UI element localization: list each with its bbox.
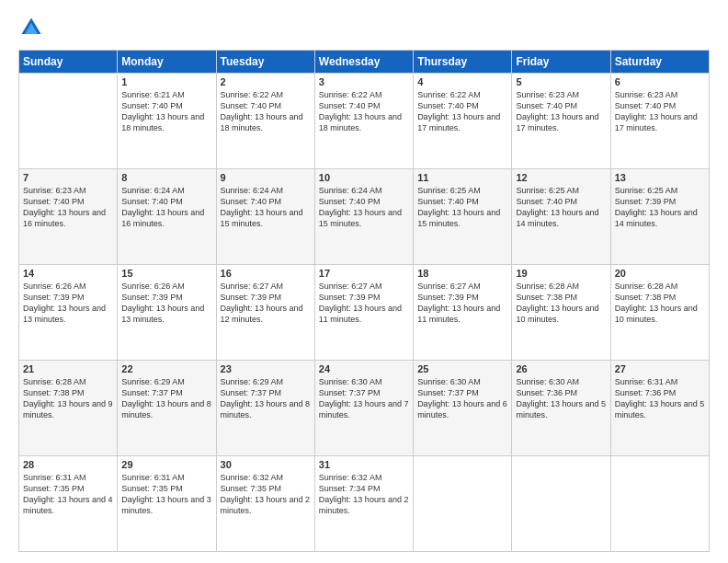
day-number: 14 (23, 268, 113, 279)
day-number: 3 (319, 76, 409, 87)
calendar-cell: 8Sunrise: 6:24 AMSunset: 7:40 PMDaylight… (118, 169, 216, 265)
calendar-cell: 19Sunrise: 6:28 AMSunset: 7:38 PMDayligh… (512, 265, 610, 361)
calendar-cell (19, 74, 118, 169)
day-number: 15 (121, 268, 211, 279)
day-number: 22 (121, 363, 211, 374)
calendar-cell: 9Sunrise: 6:24 AMSunset: 7:40 PMDaylight… (216, 169, 314, 265)
week-row-5: 28Sunrise: 6:31 AMSunset: 7:35 PMDayligh… (19, 456, 710, 552)
calendar-cell: 22Sunrise: 6:29 AMSunset: 7:37 PMDayligh… (118, 361, 216, 456)
day-number: 30 (221, 459, 311, 470)
day-info: Sunrise: 6:28 AMSunset: 7:38 PMDaylight:… (23, 376, 113, 421)
day-info: Sunrise: 6:26 AMSunset: 7:39 PMDaylight:… (23, 281, 113, 326)
day-number: 1 (121, 76, 211, 87)
calendar: SundayMondayTuesdayWednesdayThursdayFrid… (18, 50, 710, 552)
header (18, 15, 710, 40)
weekday-header-tuesday: Tuesday (216, 51, 314, 74)
calendar-cell: 3Sunrise: 6:22 AMSunset: 7:40 PMDaylight… (314, 74, 413, 169)
day-number: 12 (516, 172, 606, 183)
day-number: 23 (221, 363, 311, 374)
calendar-cell: 28Sunrise: 6:31 AMSunset: 7:35 PMDayligh… (19, 456, 118, 552)
day-number: 27 (615, 363, 705, 374)
logo-icon (18, 15, 44, 40)
day-info: Sunrise: 6:28 AMSunset: 7:38 PMDaylight:… (615, 281, 705, 326)
week-row-3: 14Sunrise: 6:26 AMSunset: 7:39 PMDayligh… (19, 265, 710, 361)
day-info: Sunrise: 6:32 AMSunset: 7:35 PMDaylight:… (221, 472, 311, 517)
calendar-cell: 25Sunrise: 6:30 AMSunset: 7:37 PMDayligh… (414, 361, 512, 456)
day-info: Sunrise: 6:22 AMSunset: 7:40 PMDaylight:… (221, 89, 311, 134)
calendar-cell: 5Sunrise: 6:23 AMSunset: 7:40 PMDaylight… (512, 74, 610, 169)
day-number: 29 (121, 459, 211, 470)
day-number: 17 (319, 268, 409, 279)
week-row-4: 21Sunrise: 6:28 AMSunset: 7:38 PMDayligh… (19, 361, 710, 456)
day-number: 9 (221, 172, 311, 183)
calendar-cell: 16Sunrise: 6:27 AMSunset: 7:39 PMDayligh… (216, 265, 314, 361)
day-number: 16 (221, 268, 311, 279)
weekday-header-thursday: Thursday (414, 51, 512, 74)
day-info: Sunrise: 6:30 AMSunset: 7:36 PMDaylight:… (516, 376, 606, 421)
calendar-cell: 18Sunrise: 6:27 AMSunset: 7:39 PMDayligh… (414, 265, 512, 361)
calendar-cell: 27Sunrise: 6:31 AMSunset: 7:36 PMDayligh… (610, 361, 709, 456)
day-info: Sunrise: 6:30 AMSunset: 7:37 PMDaylight:… (417, 376, 507, 421)
calendar-cell: 15Sunrise: 6:26 AMSunset: 7:39 PMDayligh… (118, 265, 216, 361)
calendar-cell: 12Sunrise: 6:25 AMSunset: 7:40 PMDayligh… (512, 169, 610, 265)
calendar-cell: 23Sunrise: 6:29 AMSunset: 7:37 PMDayligh… (216, 361, 314, 456)
calendar-cell (512, 456, 610, 552)
calendar-cell: 7Sunrise: 6:23 AMSunset: 7:40 PMDaylight… (19, 169, 118, 265)
calendar-cell: 26Sunrise: 6:30 AMSunset: 7:36 PMDayligh… (512, 361, 610, 456)
day-info: Sunrise: 6:27 AMSunset: 7:39 PMDaylight:… (221, 281, 311, 326)
day-number: 24 (319, 363, 409, 374)
calendar-cell (610, 456, 709, 552)
day-info: Sunrise: 6:31 AMSunset: 7:36 PMDaylight:… (615, 376, 705, 421)
calendar-cell: 20Sunrise: 6:28 AMSunset: 7:38 PMDayligh… (610, 265, 709, 361)
day-number: 8 (121, 172, 211, 183)
day-info: Sunrise: 6:25 AMSunset: 7:40 PMDaylight:… (516, 185, 606, 230)
day-number: 13 (615, 172, 705, 183)
day-info: Sunrise: 6:26 AMSunset: 7:39 PMDaylight:… (121, 281, 211, 326)
day-info: Sunrise: 6:23 AMSunset: 7:40 PMDaylight:… (23, 185, 113, 230)
day-number: 26 (516, 363, 606, 374)
day-info: Sunrise: 6:27 AMSunset: 7:39 PMDaylight:… (319, 281, 409, 326)
page: SundayMondayTuesdayWednesdayThursdayFrid… (0, 0, 728, 563)
weekday-header-monday: Monday (118, 51, 216, 74)
day-info: Sunrise: 6:25 AMSunset: 7:40 PMDaylight:… (417, 185, 507, 230)
calendar-cell: 29Sunrise: 6:31 AMSunset: 7:35 PMDayligh… (118, 456, 216, 552)
calendar-cell: 4Sunrise: 6:22 AMSunset: 7:40 PMDaylight… (414, 74, 512, 169)
calendar-cell: 14Sunrise: 6:26 AMSunset: 7:39 PMDayligh… (19, 265, 118, 361)
day-number: 2 (221, 76, 311, 87)
calendar-cell: 21Sunrise: 6:28 AMSunset: 7:38 PMDayligh… (19, 361, 118, 456)
day-number: 7 (23, 172, 113, 183)
logo (18, 15, 48, 40)
week-row-2: 7Sunrise: 6:23 AMSunset: 7:40 PMDaylight… (19, 169, 710, 265)
weekday-header-row: SundayMondayTuesdayWednesdayThursdayFrid… (19, 51, 710, 74)
calendar-cell (414, 456, 512, 552)
calendar-cell: 1Sunrise: 6:21 AMSunset: 7:40 PMDaylight… (118, 74, 216, 169)
day-number: 28 (23, 459, 113, 470)
calendar-cell: 17Sunrise: 6:27 AMSunset: 7:39 PMDayligh… (314, 265, 413, 361)
day-info: Sunrise: 6:22 AMSunset: 7:40 PMDaylight:… (417, 89, 507, 134)
weekday-header-sunday: Sunday (19, 51, 118, 74)
week-row-1: 1Sunrise: 6:21 AMSunset: 7:40 PMDaylight… (19, 74, 710, 169)
day-info: Sunrise: 6:23 AMSunset: 7:40 PMDaylight:… (615, 89, 705, 134)
calendar-cell: 10Sunrise: 6:24 AMSunset: 7:40 PMDayligh… (314, 169, 413, 265)
day-info: Sunrise: 6:27 AMSunset: 7:39 PMDaylight:… (417, 281, 507, 326)
day-number: 21 (23, 363, 113, 374)
day-info: Sunrise: 6:31 AMSunset: 7:35 PMDaylight:… (23, 472, 113, 517)
calendar-cell: 30Sunrise: 6:32 AMSunset: 7:35 PMDayligh… (216, 456, 314, 552)
day-number: 18 (417, 268, 507, 279)
weekday-header-saturday: Saturday (610, 51, 709, 74)
day-number: 5 (516, 76, 606, 87)
day-number: 11 (417, 172, 507, 183)
calendar-cell: 31Sunrise: 6:32 AMSunset: 7:34 PMDayligh… (314, 456, 413, 552)
day-number: 10 (319, 172, 409, 183)
day-info: Sunrise: 6:29 AMSunset: 7:37 PMDaylight:… (121, 376, 211, 421)
day-number: 31 (319, 459, 409, 470)
day-info: Sunrise: 6:24 AMSunset: 7:40 PMDaylight:… (319, 185, 409, 230)
calendar-cell: 11Sunrise: 6:25 AMSunset: 7:40 PMDayligh… (414, 169, 512, 265)
day-info: Sunrise: 6:24 AMSunset: 7:40 PMDaylight:… (121, 185, 211, 230)
day-info: Sunrise: 6:29 AMSunset: 7:37 PMDaylight:… (221, 376, 311, 421)
calendar-cell: 24Sunrise: 6:30 AMSunset: 7:37 PMDayligh… (314, 361, 413, 456)
day-number: 20 (615, 268, 705, 279)
day-info: Sunrise: 6:21 AMSunset: 7:40 PMDaylight:… (121, 89, 211, 134)
day-info: Sunrise: 6:31 AMSunset: 7:35 PMDaylight:… (121, 472, 211, 517)
day-info: Sunrise: 6:32 AMSunset: 7:34 PMDaylight:… (319, 472, 409, 517)
